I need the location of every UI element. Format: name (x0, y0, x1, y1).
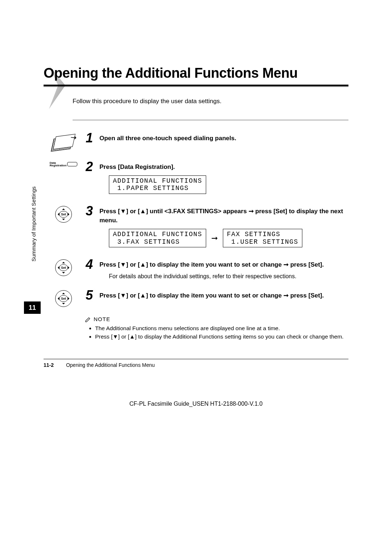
note-item: Press [▼] or [▲] to display the Addition… (95, 332, 348, 341)
set-dpad-icon: Set (55, 206, 72, 223)
intro-text: Follow this procedure to display the use… (73, 98, 348, 105)
step-number: 3 (83, 204, 93, 218)
data-registration-key-icon: DataRegistration (50, 162, 78, 167)
intro-separator (73, 119, 348, 121)
step-3: Set 3 Press [▼] or [▲] until <3.FAX SETT… (51, 204, 348, 249)
step-number: 5 (83, 289, 93, 302)
step-number: 4 (83, 258, 93, 271)
step-2-text: Press [Data Registration]. (99, 162, 348, 172)
title-divider-thin (44, 86, 348, 87)
set-dpad-icon: Set (55, 259, 72, 276)
page-number: 11-2 (44, 362, 54, 368)
arrow-icon: ➞ (211, 234, 218, 243)
step-3-text: Press [▼] or [▲] until <3.FAX SETTINGS> … (99, 207, 348, 225)
step-2: DataRegistration 2 Press [Data Registrat… (51, 160, 348, 195)
title-divider-thick (44, 85, 348, 86)
step-number: 1 (83, 131, 93, 145)
lcd-display: FAX SETTINGS 1.USER SETTINGS (223, 229, 302, 247)
one-touch-panels-icon: ↘ (53, 133, 74, 151)
step-4-text: Press [▼] or [▲] to display the item you… (99, 260, 348, 270)
step-4-subtext: For details about the individual setting… (109, 273, 348, 280)
step-1-text: Open all three one-touch speed dialing p… (99, 134, 348, 143)
note-item: The Additional Functions menu selections… (95, 324, 348, 332)
step-5: Set 5 Press [▼] or [▲] to display the it… (51, 289, 348, 307)
note-block: NOTE The Additional Functions menu selec… (85, 316, 348, 341)
footer-caption: 11-2 Opening the Additional Functions Me… (44, 362, 348, 368)
note-label: NOTE (94, 316, 110, 322)
document-id: CF-PL Facsimile Guide_USEN HT1-2188-000-… (44, 401, 348, 407)
page-title: Opening the Additional Functions Menu (44, 65, 348, 83)
step-4: Set 4 Press [▼] or [▲] to display the it… (51, 258, 348, 280)
lcd-display: ADDITIONAL FUNCTIONS 3.FAX SETTINGS (109, 229, 206, 247)
step-number: 2 (83, 160, 93, 173)
sidebar-chapter-badge: 11 (24, 301, 41, 314)
step-1: ↘ 1 Open all three one-touch speed diali… (51, 131, 348, 151)
lcd-display: ADDITIONAL FUNCTIONS 1.PAPER SETTINGS (109, 175, 206, 194)
pencil-icon (85, 316, 91, 323)
step-5-text: Press [▼] or [▲] to display the item you… (99, 291, 348, 300)
set-dpad-icon: Set (55, 290, 72, 307)
footer-divider (44, 359, 348, 359)
sidebar-section-label: Summary of Important Settings (30, 186, 37, 262)
